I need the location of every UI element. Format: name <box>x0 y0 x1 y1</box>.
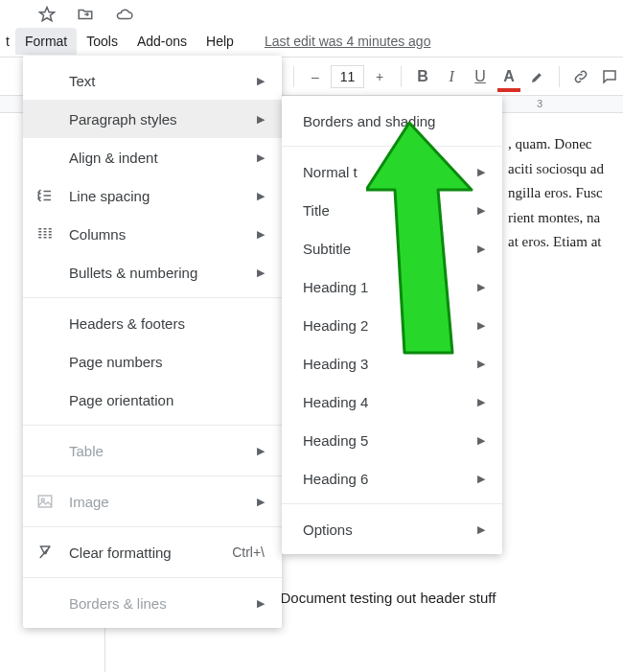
submenu-arrow-icon: ▶ <box>257 228 265 241</box>
submenu-arrow-icon: ▶ <box>477 358 485 370</box>
menu-separator <box>23 425 282 426</box>
menu-item-label: Heading 5 <box>303 432 466 449</box>
svg-rect-8 <box>44 237 47 239</box>
paragraph-style-item[interactable]: Heading 2▶ <box>282 306 502 344</box>
menu-item-label: Line spacing <box>69 188 245 204</box>
submenu-arrow-icon: ▶ <box>257 75 265 87</box>
submenu-arrow-icon: ▶ <box>477 523 485 536</box>
italic-button[interactable]: I <box>438 63 465 90</box>
submenu-arrow-icon: ▶ <box>477 396 485 408</box>
highlight-button[interactable] <box>524 63 551 90</box>
image-icon <box>36 493 69 510</box>
submenu-arrow-icon: ▶ <box>257 113 265 126</box>
menu-item-label: Borders & lines <box>69 595 245 612</box>
menu-help[interactable]: Help <box>196 28 243 55</box>
menu-item-label: Options <box>303 521 466 538</box>
paragraph-style-item[interactable]: Heading 5▶ <box>282 421 502 459</box>
underline-button[interactable]: U <box>467 63 494 90</box>
svg-rect-1 <box>38 228 41 230</box>
menu-item-label: Subtitle <box>303 241 466 257</box>
menu-separator <box>23 577 282 578</box>
format-menu-item[interactable]: Bullets & numbering▶ <box>23 253 282 291</box>
submenu-arrow-icon: ▶ <box>477 166 485 178</box>
paragraph-style-item[interactable]: Borders and shading <box>282 102 502 140</box>
paragraph-style-item[interactable]: Heading 3▶ <box>282 344 502 382</box>
submenu-arrow-icon: ▶ <box>257 190 265 202</box>
menu-item-label: Columns <box>69 226 245 243</box>
paragraph-style-item[interactable]: Heading 4▶ <box>282 382 502 421</box>
menu-item-label: Text <box>69 73 245 89</box>
format-menu-item[interactable]: Page orientation <box>23 381 282 419</box>
paragraph-styles-submenu: Borders and shadingNormal t▶Title▶Subtit… <box>282 96 502 554</box>
font-size-decrease[interactable]: – <box>302 63 329 90</box>
paragraph-style-item[interactable]: Normal t▶ <box>282 152 502 191</box>
linesp-icon <box>36 187 69 204</box>
toolbar-separator <box>401 66 402 87</box>
format-menu-item: Image▶ <box>23 482 282 521</box>
toolbar-separator <box>559 66 560 87</box>
svg-rect-4 <box>38 237 41 239</box>
font-size-input[interactable]: 11 <box>331 65 364 88</box>
format-menu-item[interactable]: Paragraph styles▶ <box>23 100 282 138</box>
menu-item-label: Bullets & numbering <box>69 265 245 281</box>
menu-item-label: Heading 1 <box>303 279 466 295</box>
svg-marker-0 <box>40 8 55 21</box>
menu-item-label: Heading 6 <box>303 471 466 487</box>
svg-rect-9 <box>49 228 52 230</box>
menu-item-label: Heading 2 <box>303 317 466 334</box>
menu-item-label: Paragraph styles <box>69 111 245 127</box>
menu-addons[interactable]: Add-ons <box>127 28 196 55</box>
doc-footer-note: e Document testing out header stuff <box>268 586 496 611</box>
menu-item-shortcut: Ctrl+\ <box>232 545 265 560</box>
menu-item-label: Normal t <box>303 164 466 180</box>
format-menu-item[interactable]: Columns▶ <box>23 215 282 253</box>
paragraph-style-item[interactable]: Options▶ <box>282 510 502 548</box>
cloud-icon[interactable] <box>115 6 134 23</box>
format-menu-item[interactable]: Headers & footers <box>23 304 282 342</box>
svg-rect-2 <box>38 231 41 233</box>
menubar-cut-left: t <box>4 34 15 49</box>
paragraph-style-item[interactable]: Subtitle▶ <box>282 229 502 267</box>
format-menu-item[interactable]: Text▶ <box>23 61 282 100</box>
menu-tools[interactable]: Tools <box>77 28 127 55</box>
menu-separator <box>282 146 502 147</box>
bold-button[interactable]: B <box>409 63 436 90</box>
menu-separator <box>23 475 282 476</box>
svg-rect-12 <box>49 237 52 239</box>
svg-rect-10 <box>49 231 52 233</box>
clear-icon <box>36 544 69 561</box>
last-edit-link[interactable]: Last edit was 4 minutes ago <box>265 34 431 49</box>
menu-item-label: Headers & footers <box>69 315 265 332</box>
svg-rect-5 <box>44 228 47 230</box>
format-menu-item[interactable]: Align & indent▶ <box>23 138 282 176</box>
svg-rect-6 <box>44 231 47 233</box>
format-menu-item[interactable]: Clear formattingCtrl+\ <box>23 533 282 571</box>
submenu-arrow-icon: ▶ <box>477 319 485 332</box>
menubar: t Format Tools Add-ons Help Last edit wa… <box>0 25 623 58</box>
star-icon[interactable] <box>38 6 56 23</box>
format-menu-item[interactable]: Page numbers <box>23 342 282 381</box>
menu-separator <box>282 503 502 504</box>
menu-item-label: Clear formatting <box>69 545 220 561</box>
insert-comment-button[interactable] <box>596 63 623 90</box>
titlebar-icons <box>0 0 623 25</box>
insert-link-button[interactable] <box>567 63 594 90</box>
ruler-tick: 3 <box>537 98 542 109</box>
format-menu-item[interactable]: Line spacing▶ <box>23 176 282 215</box>
paragraph-style-item[interactable]: Title▶ <box>282 191 502 229</box>
paragraph-style-item[interactable]: Heading 1▶ <box>282 267 502 306</box>
svg-rect-11 <box>49 234 52 236</box>
svg-rect-3 <box>38 234 41 236</box>
menu-separator <box>23 526 282 527</box>
menu-item-label: Align & indent <box>69 150 245 166</box>
svg-rect-7 <box>44 234 47 236</box>
menu-item-label: Borders and shading <box>303 113 485 129</box>
paragraph-style-item[interactable]: Heading 6▶ <box>282 459 502 498</box>
text-color-button[interactable]: A <box>496 63 522 90</box>
font-size-increase[interactable]: + <box>366 63 393 90</box>
menu-separator <box>23 297 282 298</box>
menu-format[interactable]: Format <box>15 28 77 55</box>
move-folder-icon[interactable] <box>77 6 94 23</box>
submenu-arrow-icon: ▶ <box>257 151 265 164</box>
submenu-arrow-icon: ▶ <box>257 496 265 508</box>
